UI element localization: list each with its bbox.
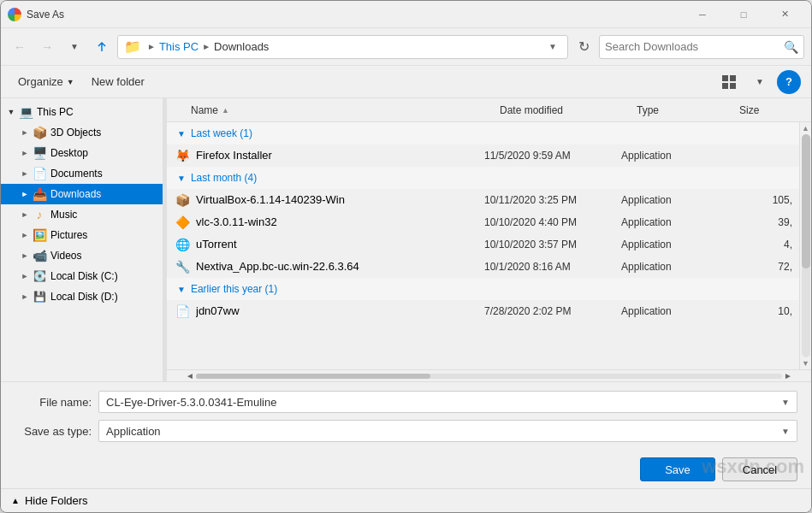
file-row[interactable]: 📦 VirtualBox-6.1.14-140239-Win 10/11/202…: [167, 189, 799, 211]
file-row[interactable]: 🦊 Firefox Installer 11/5/2020 9:59 AM Ap…: [167, 144, 799, 167]
file-date: 10/10/2020 4:40 PM: [484, 216, 621, 228]
expand-icon-thispc: ▼: [4, 105, 18, 119]
filename-input[interactable]: CL-Eye-Driver-5.3.0.0341-Emuline ▼: [98, 391, 797, 413]
expand-icon-documents: ►: [18, 167, 32, 180]
file-type: Application: [621, 216, 724, 228]
organize-button[interactable]: Organize ▼: [11, 70, 81, 94]
file-icon: 🦊: [174, 147, 191, 164]
col-header-name[interactable]: Name ▲: [187, 98, 496, 121]
search-box: 🔍: [599, 35, 804, 59]
file-size: 4,: [724, 239, 792, 251]
path-downloads[interactable]: Downloads: [214, 40, 269, 53]
file-size: 10,: [724, 305, 792, 317]
file-size: 39,: [724, 216, 792, 228]
expand-icon-3dobjects: ►: [18, 126, 32, 139]
address-bar-area: ← → ▼ 📁 ► This PC ► Downloads ▼ ↻ 🔍: [1, 28, 811, 66]
organize-dropdown-icon: ▼: [67, 78, 74, 86]
diskc-icon: 💽: [32, 268, 47, 284]
file-type: Application: [621, 150, 724, 162]
group-header[interactable]: ▼Last week (1): [167, 122, 799, 144]
action-bar: Save Cancel: [1, 451, 811, 488]
group-header[interactable]: ▼Last month (4): [167, 167, 799, 189]
hide-folders-label: Hide Folders: [25, 494, 88, 507]
title-bar: Save As ─ □ ✕: [1, 1, 811, 28]
cancel-button[interactable]: Cancel: [722, 457, 797, 481]
sidebar-item-desktop[interactable]: ► 🖥️ Desktop: [1, 143, 163, 163]
saveastype-input[interactable]: Application ▼: [98, 420, 797, 442]
search-input[interactable]: [605, 40, 780, 53]
view-dropdown-button[interactable]: ▼: [746, 70, 773, 94]
file-row[interactable]: 🔶 vlc-3.0.11-win32 10/10/2020 4:40 PM Ap…: [167, 211, 799, 233]
file-name: jdn07ww: [196, 304, 484, 317]
expand-icon-videos: ►: [18, 249, 32, 262]
scroll-left-arrow[interactable]: ◄: [184, 371, 196, 380]
group-label: Last week (1): [191, 127, 252, 139]
column-headers: Name ▲ Date modified Type Size: [167, 98, 811, 122]
file-icon: 🔧: [174, 258, 191, 275]
file-type: Application: [621, 305, 724, 317]
file-row[interactable]: 📄 jdn07ww 7/28/2020 2:02 PM Application …: [167, 300, 799, 322]
group-arrow: ▼: [177, 129, 186, 139]
sidebar-item-documents[interactable]: ► 📄 Documents: [1, 163, 163, 184]
close-button[interactable]: ✕: [765, 1, 804, 28]
file-icon: 🌐: [174, 236, 191, 253]
group-header[interactable]: ▼Earlier this year (1): [167, 278, 799, 300]
search-icon: 🔍: [784, 40, 798, 54]
h-scroll-track[interactable]: [196, 374, 782, 379]
sidebar: ▼ 💻 This PC ► 📦 3D Objects ► 🖥️ Desktop …: [1, 98, 163, 381]
col-header-size[interactable]: Size: [736, 98, 804, 121]
desktop-icon: 🖥️: [32, 145, 47, 161]
maximize-button[interactable]: □: [724, 1, 763, 28]
file-date: 10/11/2020 3:25 PM: [484, 194, 621, 206]
horizontal-scrollbar[interactable]: ◄ ►: [167, 369, 811, 381]
sidebar-item-diskd[interactable]: ► 💾 Local Disk (D:): [1, 286, 163, 307]
saveastype-dropdown-arrow: ▼: [781, 427, 790, 436]
sidebar-item-diskc[interactable]: ► 💽 Local Disk (C:): [1, 266, 163, 286]
help-button[interactable]: ?: [777, 70, 801, 94]
path-dropdown-button[interactable]: ▼: [545, 40, 560, 53]
view-button[interactable]: [715, 70, 743, 94]
expand-icon-pictures: ►: [18, 228, 32, 242]
file-row[interactable]: 🔧 Nextiva_App.bc-uc.win-22.6.3.64 10/1/2…: [167, 256, 799, 278]
hide-folders-bar[interactable]: ▲ Hide Folders: [1, 488, 811, 512]
svg-rect-0: [722, 75, 728, 81]
path-folder-icon: 📁: [125, 39, 140, 55]
save-button[interactable]: Save: [640, 457, 715, 481]
svg-rect-2: [722, 83, 728, 89]
vertical-scrollbar[interactable]: ▲ ▼: [799, 122, 811, 369]
save-as-dialog: Save As ─ □ ✕ ← → ▼ 📁 ► This PC ► Downlo…: [0, 0, 812, 513]
refresh-button[interactable]: ↻: [572, 35, 596, 59]
up-button[interactable]: [90, 35, 114, 59]
sidebar-item-thispc[interactable]: ▼ 💻 This PC: [1, 102, 163, 122]
scroll-right-arrow[interactable]: ►: [782, 371, 794, 380]
back-button[interactable]: ←: [8, 35, 32, 59]
sidebar-item-music[interactable]: ► ♪ Music: [1, 204, 163, 225]
sidebar-item-videos[interactable]: ► 📹 Videos: [1, 245, 163, 266]
app-icon: [8, 8, 21, 21]
sidebar-item-downloads[interactable]: ► 📥 Downloads: [1, 184, 163, 204]
file-name: VirtualBox-6.1.14-140239-Win: [196, 193, 484, 206]
file-date: 10/10/2020 3:57 PM: [484, 239, 621, 251]
file-name: Nextiva_App.bc-uc.win-22.6.3.64: [196, 260, 484, 273]
videos-icon: 📹: [32, 248, 47, 263]
expand-icon-desktop: ►: [18, 146, 32, 160]
col-header-type[interactable]: Type: [633, 98, 736, 121]
sidebar-item-3dobjects[interactable]: ► 📦 3D Objects: [1, 122, 163, 143]
file-row[interactable]: 🌐 uTorrent 10/10/2020 3:57 PM Applicatio…: [167, 233, 799, 256]
file-icon: 🔶: [174, 214, 191, 231]
address-path[interactable]: 📁 ► This PC ► Downloads ▼: [117, 35, 568, 59]
file-list-body[interactable]: ▼Last week (1) 🦊 Firefox Installer 11/5/…: [167, 122, 799, 369]
main-area: ▼ 💻 This PC ► 📦 3D Objects ► 🖥️ Desktop …: [1, 98, 811, 381]
col-header-date[interactable]: Date modified: [496, 98, 633, 121]
forward-button[interactable]: →: [35, 35, 59, 59]
documents-icon: 📄: [32, 166, 47, 181]
thispc-icon: 💻: [18, 104, 33, 120]
sidebar-item-pictures[interactable]: ► 🖼️ Pictures: [1, 225, 163, 245]
new-folder-button[interactable]: New folder: [85, 70, 151, 94]
dropdown-button[interactable]: ▼: [62, 35, 86, 59]
path-thispc[interactable]: This PC: [159, 40, 199, 53]
downloads-icon: 📥: [32, 186, 47, 202]
minimize-button[interactable]: ─: [683, 1, 722, 28]
h-scroll-thumb[interactable]: [196, 374, 430, 379]
file-icon: 📦: [174, 192, 191, 209]
